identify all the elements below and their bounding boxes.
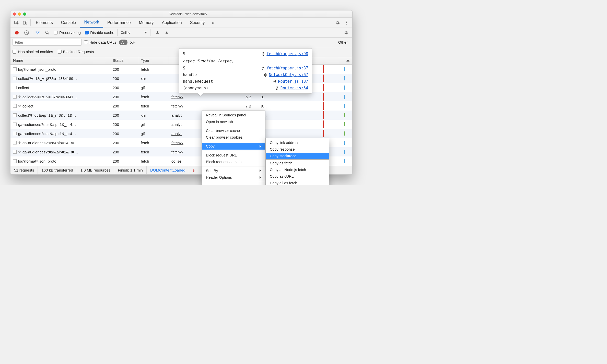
ctx-open-tab[interactable]: Open in new tab [202,118,265,125]
request-name: collect?t=dc&aip=1&_r=3&v=1&… [18,113,76,117]
source-link[interactable]: NetworkOnly.js:67 [269,72,308,77]
ctx-header-options[interactable]: Header Options [202,174,265,181]
record-button[interactable] [13,29,21,37]
search-icon[interactable] [43,29,52,37]
source-link[interactable]: fetchWrapper.js:37 [266,66,308,70]
source-link[interactable]: fetchWrapper.js:98 [266,52,308,56]
download-har-icon[interactable] [165,30,169,35]
tooltip-frame: handle@ NetworkOnly.js:67 [183,71,308,78]
sub-copy-response[interactable]: Copy response [266,146,329,153]
context-menu: Reveal in Sources panel Open in new tab … [202,111,265,185]
filter-input[interactable] [13,39,81,46]
cell-waterfall [274,101,352,111]
tab-network[interactable]: Network [80,18,103,28]
ctx-reveal[interactable]: Reveal in Sources panel [202,112,265,118]
window-title: DevTools - web.dev/vitals/ [26,12,350,16]
device-toggle-icon[interactable] [21,19,29,27]
sub-copy-curl[interactable]: Copy as cURL [266,173,329,180]
request-name: ga-audiences?t=sr&aip=1&_r=… [22,150,78,154]
frame-fn: handleRequest [183,79,213,84]
maximize-icon[interactable] [23,13,26,16]
frame-fn: handle [183,72,197,77]
cell-type: fetch [138,159,169,163]
cell-waterfall [274,120,352,129]
sub-copy-fetch[interactable]: Copy as fetch [266,160,329,166]
cell-type: gif [138,122,169,127]
table-row[interactable]: ga-audiences?t=sr&aip=1&_r=4…200gifanaly… [10,129,352,138]
upload-har-icon[interactable] [156,30,160,35]
cell-waterfall [274,111,352,120]
preserve-log-checkbox[interactable]: Preserve log [54,30,81,35]
ctx-block-url[interactable]: Block request URL [202,152,265,159]
header-type[interactable]: Type [138,56,169,64]
filter-xhr[interactable]: XH [130,40,135,44]
tab-console[interactable]: Console [57,18,80,28]
sub-copy-stacktrace[interactable]: Copy stacktrace [266,153,329,159]
source-link[interactable]: Router.js:187 [278,79,308,84]
ctx-clear-cookies[interactable]: Clear browser cookies [202,134,265,141]
has-blocked-cookies-checkbox[interactable]: Has blocked cookies [13,50,53,54]
header-status[interactable]: Status [110,56,138,64]
gear-icon: ⚙ [18,150,21,154]
disable-cache-checkbox[interactable]: Disable cache [85,30,114,35]
tab-application[interactable]: Application [158,18,186,28]
row-checkbox[interactable] [13,67,17,71]
gear-icon: ⚙ [18,104,21,108]
status-dcl: DOMContentLoaded [147,166,189,174]
cell-status: 200 [110,113,138,117]
cell-initiator[interactable]: fetchW [169,95,243,99]
tooltip-frame: handleRequest@ Router.js:187 [183,78,308,85]
source-link[interactable]: Router.js:54 [281,86,308,90]
row-checkbox[interactable] [13,95,17,99]
row-checkbox[interactable] [13,113,17,117]
filter-all-pill[interactable]: All [119,40,128,45]
tab-security[interactable]: Security [186,18,209,28]
row-checkbox[interactable] [13,141,17,144]
ctx-copy[interactable]: Copy [202,143,265,150]
row-checkbox[interactable] [13,123,17,126]
cell-type: fetch [138,67,169,71]
cell-type: fetch [138,95,169,99]
row-checkbox[interactable] [13,86,17,89]
table-row[interactable]: collect?t=dc&aip=1&_r=3&v=1&…200xhranaly… [10,111,352,120]
tab-performance[interactable]: Performance [103,18,135,28]
table-row[interactable]: ga-audiences?t=sr&aip=1&_r=4…200gifanaly… [10,120,352,129]
row-checkbox[interactable] [13,104,17,108]
request-name: collect [22,104,33,108]
sub-copy-link[interactable]: Copy link address [266,139,329,146]
ctx-sort[interactable]: Sort By [202,167,265,174]
clear-button[interactable] [22,29,31,37]
row-checkbox[interactable] [13,150,17,154]
inspect-icon[interactable] [12,19,21,27]
svg-rect-2 [26,22,27,24]
sub-copy-node[interactable]: Copy as Node.js fetch [266,166,329,173]
ctx-save-har[interactable]: Save all as HAR with content [202,183,265,185]
svg-point-3 [46,31,48,33]
minimize-icon[interactable] [18,13,21,16]
tab-memory[interactable]: Memory [135,18,158,28]
blocked-requests-checkbox[interactable]: Blocked Requests [58,50,94,54]
throttle-select[interactable]: Online [117,29,150,36]
filter-other[interactable]: Other [338,40,348,44]
cell-initiator[interactable]: fetchW [169,104,243,108]
filter-bar: Hide data URLs All XH Other [10,38,352,47]
initiator-tooltip: S@ fetchWrapper.js:98async function (asy… [179,48,312,94]
more-tabs-icon[interactable]: » [209,19,218,27]
ctx-clear-cache[interactable]: Clear browser cache [202,127,265,134]
row-checkbox[interactable] [13,159,17,163]
sub-copy-all-fetch[interactable]: Copy all as fetch [266,180,329,185]
hide-data-urls-label: Hide data URLs [89,40,116,44]
tab-elements[interactable]: Elements [32,18,57,28]
filter-icon[interactable] [33,29,42,37]
table-row[interactable]: ⚙collect200fetchfetchW7 B9… [10,101,352,111]
throttle-label: Online [121,31,130,34]
hide-data-urls-checkbox[interactable]: Hide data URLs [84,40,116,44]
header-name[interactable]: Name [10,56,110,64]
kebab-menu-icon[interactable] [342,19,351,27]
settings-gear-icon[interactable] [333,19,342,27]
network-settings-gear-icon[interactable] [342,29,350,37]
ctx-block-domain[interactable]: Block request domain [202,159,265,165]
close-icon[interactable] [13,13,16,16]
row-checkbox[interactable] [13,77,17,80]
row-checkbox[interactable] [13,132,17,135]
